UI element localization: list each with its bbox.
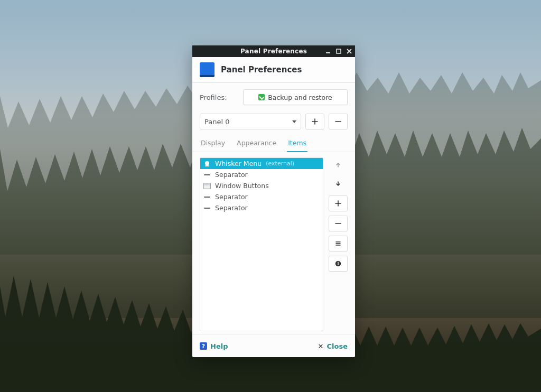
profiles-row: Profiles: Backup and restore [192,83,355,110]
window-minimize-button[interactable] [324,48,332,55]
whisker-menu-icon [203,160,211,167]
window-title: Panel Preferences [240,48,307,55]
panel-selector-combobox[interactable]: Panel 0 [200,114,301,129]
arrow-up-icon [334,161,342,169]
dialog-title: Panel Preferences [221,65,302,74]
help-button[interactable]: ? Help [200,342,228,350]
list-item-label: Separator [215,193,248,201]
remove-item-button[interactable] [329,216,348,231]
list-item[interactable]: Separator [200,191,323,202]
svg-rect-3 [205,165,209,166]
backup-restore-label: Backup and restore [268,94,332,101]
help-icon: ? [200,342,207,350]
separator-icon [203,193,211,201]
backup-restore-button[interactable]: Backup and restore [243,89,348,105]
tab-display[interactable]: Display [200,137,226,152]
list-item-label: Window Buttons [215,182,269,190]
window-close-button[interactable] [346,48,353,55]
separator-icon [203,204,211,212]
item-properties-button[interactable] [329,236,348,251]
list-item-label: Whisker Menu [215,160,262,167]
separator-icon [203,171,211,179]
items-list[interactable]: Whisker Menu (external) Separator Window… [200,157,323,331]
add-panel-button[interactable] [305,114,324,129]
tab-appearance[interactable]: Appearance [236,137,277,152]
move-item-down-button[interactable] [329,176,348,191]
close-label: Close [327,342,348,350]
help-label: Help [210,342,228,350]
backup-icon [258,94,265,100]
list-item[interactable]: Window Buttons [200,180,323,191]
window-titlebar[interactable]: Panel Preferences [192,45,355,57]
plus-icon [311,118,319,125]
window-buttons-icon [203,182,211,190]
items-area: Whisker Menu (external) Separator Window… [192,152,355,334]
minus-icon [334,118,342,125]
close-icon: ✕ [318,342,324,350]
properties-icon [334,240,342,247]
list-item[interactable]: Separator [200,169,323,180]
dialog-footer: ? Help ✕ Close [192,334,355,357]
window-maximize-button[interactable] [335,48,342,55]
list-item[interactable]: Separator [200,202,323,213]
plus-icon [334,200,342,207]
chevron-down-icon [292,120,296,123]
svg-rect-0 [326,52,330,53]
remove-panel-button[interactable] [329,114,348,129]
list-item-hint: (external) [266,160,294,167]
tabs: Display Appearance Items [192,134,355,152]
add-item-button[interactable] [329,195,348,211]
svg-rect-1 [337,49,341,53]
panel-preferences-window: Panel Preferences Panel Preferences Prof… [192,45,355,357]
info-icon [334,260,342,267]
svg-point-5 [338,262,339,263]
list-item[interactable]: Whisker Menu (external) [200,158,323,169]
panel-selector-value: Panel 0 [204,118,229,126]
tab-items[interactable]: Items [287,137,307,152]
dialog-header: Panel Preferences [192,57,355,83]
panel-icon [200,62,214,77]
profiles-label: Profiles: [200,94,237,101]
minus-icon [334,220,342,227]
panel-selector-row: Panel 0 [192,110,355,134]
svg-rect-6 [338,263,339,265]
arrow-down-icon [334,180,342,188]
svg-point-2 [205,161,209,165]
item-about-button[interactable] [329,256,348,272]
move-item-up-button[interactable] [329,157,348,172]
list-item-label: Separator [215,204,248,212]
close-button[interactable]: ✕ Close [318,342,348,350]
list-item-label: Separator [215,171,248,179]
item-actions [329,157,348,331]
